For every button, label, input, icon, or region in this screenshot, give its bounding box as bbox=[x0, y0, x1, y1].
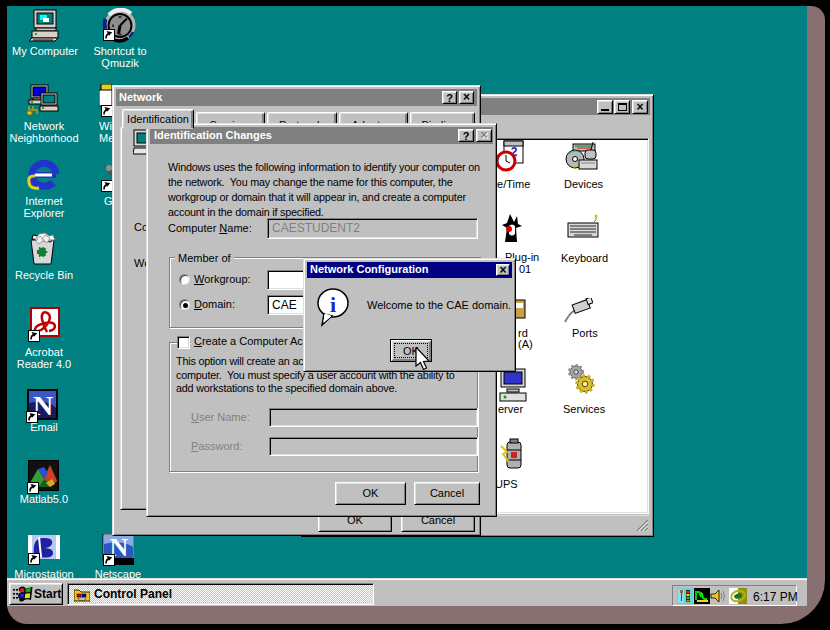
svg-text:i: i bbox=[330, 292, 336, 317]
